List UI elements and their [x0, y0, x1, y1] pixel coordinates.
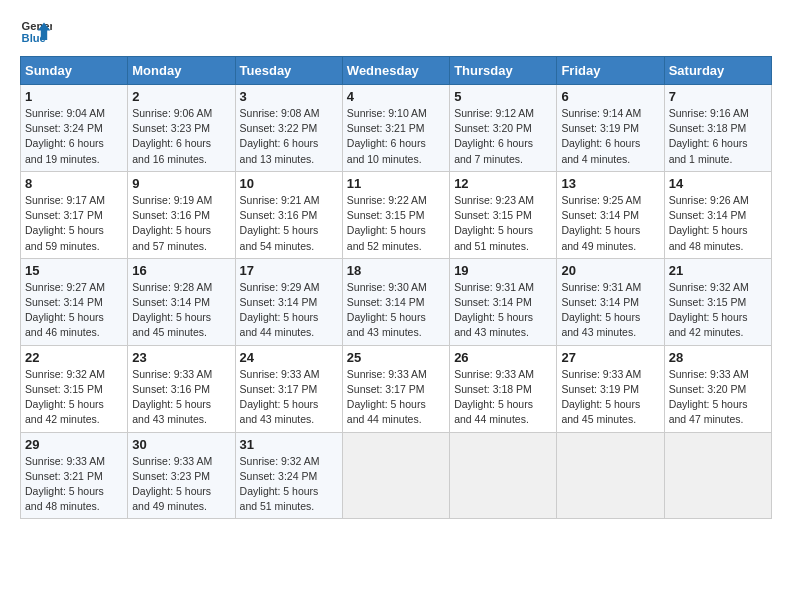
day-number: 11 [347, 176, 445, 191]
calendar-cell: 10Sunrise: 9:21 AMSunset: 3:16 PMDayligh… [235, 171, 342, 258]
calendar-cell: 28Sunrise: 9:33 AMSunset: 3:20 PMDayligh… [664, 345, 771, 432]
calendar-cell: 20Sunrise: 9:31 AMSunset: 3:14 PMDayligh… [557, 258, 664, 345]
day-number: 21 [669, 263, 767, 278]
day-number: 31 [240, 437, 338, 452]
day-number: 4 [347, 89, 445, 104]
weekday-header-friday: Friday [557, 57, 664, 85]
day-number: 16 [132, 263, 230, 278]
calendar-week-row: 29Sunrise: 9:33 AMSunset: 3:21 PMDayligh… [21, 432, 772, 519]
day-number: 29 [25, 437, 123, 452]
day-number: 13 [561, 176, 659, 191]
calendar-cell: 13Sunrise: 9:25 AMSunset: 3:14 PMDayligh… [557, 171, 664, 258]
day-number: 14 [669, 176, 767, 191]
day-info: Sunrise: 9:33 AMSunset: 3:17 PMDaylight:… [347, 367, 445, 428]
day-info: Sunrise: 9:26 AMSunset: 3:14 PMDaylight:… [669, 193, 767, 254]
weekday-header-monday: Monday [128, 57, 235, 85]
day-info: Sunrise: 9:31 AMSunset: 3:14 PMDaylight:… [561, 280, 659, 341]
day-info: Sunrise: 9:33 AMSunset: 3:18 PMDaylight:… [454, 367, 552, 428]
day-number: 15 [25, 263, 123, 278]
day-number: 17 [240, 263, 338, 278]
day-info: Sunrise: 9:10 AMSunset: 3:21 PMDaylight:… [347, 106, 445, 167]
calendar-week-row: 8Sunrise: 9:17 AMSunset: 3:17 PMDaylight… [21, 171, 772, 258]
day-info: Sunrise: 9:32 AMSunset: 3:15 PMDaylight:… [669, 280, 767, 341]
day-info: Sunrise: 9:27 AMSunset: 3:14 PMDaylight:… [25, 280, 123, 341]
calendar-cell: 24Sunrise: 9:33 AMSunset: 3:17 PMDayligh… [235, 345, 342, 432]
day-number: 23 [132, 350, 230, 365]
weekday-header-thursday: Thursday [450, 57, 557, 85]
day-number: 7 [669, 89, 767, 104]
day-info: Sunrise: 9:33 AMSunset: 3:17 PMDaylight:… [240, 367, 338, 428]
day-info: Sunrise: 9:21 AMSunset: 3:16 PMDaylight:… [240, 193, 338, 254]
calendar-cell [557, 432, 664, 519]
weekday-header-tuesday: Tuesday [235, 57, 342, 85]
calendar-table: SundayMondayTuesdayWednesdayThursdayFrid… [20, 56, 772, 519]
day-number: 28 [669, 350, 767, 365]
day-number: 1 [25, 89, 123, 104]
day-info: Sunrise: 9:19 AMSunset: 3:16 PMDaylight:… [132, 193, 230, 254]
calendar-week-row: 22Sunrise: 9:32 AMSunset: 3:15 PMDayligh… [21, 345, 772, 432]
calendar-cell: 4Sunrise: 9:10 AMSunset: 3:21 PMDaylight… [342, 85, 449, 172]
day-info: Sunrise: 9:14 AMSunset: 3:19 PMDaylight:… [561, 106, 659, 167]
calendar-cell: 27Sunrise: 9:33 AMSunset: 3:19 PMDayligh… [557, 345, 664, 432]
svg-text:General: General [22, 20, 52, 32]
weekday-header-wednesday: Wednesday [342, 57, 449, 85]
day-number: 26 [454, 350, 552, 365]
day-number: 22 [25, 350, 123, 365]
calendar-cell: 19Sunrise: 9:31 AMSunset: 3:14 PMDayligh… [450, 258, 557, 345]
calendar-cell: 29Sunrise: 9:33 AMSunset: 3:21 PMDayligh… [21, 432, 128, 519]
day-number: 8 [25, 176, 123, 191]
day-number: 25 [347, 350, 445, 365]
day-info: Sunrise: 9:32 AMSunset: 3:24 PMDaylight:… [240, 454, 338, 515]
day-info: Sunrise: 9:31 AMSunset: 3:14 PMDaylight:… [454, 280, 552, 341]
page-header: General Blue [20, 16, 772, 48]
calendar-header-row: SundayMondayTuesdayWednesdayThursdayFrid… [21, 57, 772, 85]
day-number: 30 [132, 437, 230, 452]
day-number: 10 [240, 176, 338, 191]
day-info: Sunrise: 9:29 AMSunset: 3:14 PMDaylight:… [240, 280, 338, 341]
calendar-cell [664, 432, 771, 519]
calendar-cell: 26Sunrise: 9:33 AMSunset: 3:18 PMDayligh… [450, 345, 557, 432]
day-info: Sunrise: 9:28 AMSunset: 3:14 PMDaylight:… [132, 280, 230, 341]
calendar-cell: 22Sunrise: 9:32 AMSunset: 3:15 PMDayligh… [21, 345, 128, 432]
calendar-cell: 25Sunrise: 9:33 AMSunset: 3:17 PMDayligh… [342, 345, 449, 432]
day-info: Sunrise: 9:33 AMSunset: 3:16 PMDaylight:… [132, 367, 230, 428]
day-number: 20 [561, 263, 659, 278]
logo: General Blue [20, 16, 60, 48]
calendar-body: 1Sunrise: 9:04 AMSunset: 3:24 PMDaylight… [21, 85, 772, 519]
calendar-cell: 9Sunrise: 9:19 AMSunset: 3:16 PMDaylight… [128, 171, 235, 258]
day-info: Sunrise: 9:25 AMSunset: 3:14 PMDaylight:… [561, 193, 659, 254]
calendar-cell: 23Sunrise: 9:33 AMSunset: 3:16 PMDayligh… [128, 345, 235, 432]
logo-icon: General Blue [20, 16, 52, 48]
calendar-cell: 8Sunrise: 9:17 AMSunset: 3:17 PMDaylight… [21, 171, 128, 258]
day-info: Sunrise: 9:33 AMSunset: 3:19 PMDaylight:… [561, 367, 659, 428]
calendar-cell: 17Sunrise: 9:29 AMSunset: 3:14 PMDayligh… [235, 258, 342, 345]
day-info: Sunrise: 9:33 AMSunset: 3:23 PMDaylight:… [132, 454, 230, 515]
calendar-cell: 21Sunrise: 9:32 AMSunset: 3:15 PMDayligh… [664, 258, 771, 345]
weekday-header-saturday: Saturday [664, 57, 771, 85]
day-number: 12 [454, 176, 552, 191]
day-info: Sunrise: 9:30 AMSunset: 3:14 PMDaylight:… [347, 280, 445, 341]
day-number: 27 [561, 350, 659, 365]
calendar-cell: 16Sunrise: 9:28 AMSunset: 3:14 PMDayligh… [128, 258, 235, 345]
calendar-cell: 30Sunrise: 9:33 AMSunset: 3:23 PMDayligh… [128, 432, 235, 519]
calendar-cell: 14Sunrise: 9:26 AMSunset: 3:14 PMDayligh… [664, 171, 771, 258]
day-info: Sunrise: 9:33 AMSunset: 3:20 PMDaylight:… [669, 367, 767, 428]
calendar-cell: 7Sunrise: 9:16 AMSunset: 3:18 PMDaylight… [664, 85, 771, 172]
day-info: Sunrise: 9:06 AMSunset: 3:23 PMDaylight:… [132, 106, 230, 167]
day-info: Sunrise: 9:23 AMSunset: 3:15 PMDaylight:… [454, 193, 552, 254]
calendar-cell: 6Sunrise: 9:14 AMSunset: 3:19 PMDaylight… [557, 85, 664, 172]
day-number: 2 [132, 89, 230, 104]
day-info: Sunrise: 9:17 AMSunset: 3:17 PMDaylight:… [25, 193, 123, 254]
calendar-cell: 11Sunrise: 9:22 AMSunset: 3:15 PMDayligh… [342, 171, 449, 258]
day-info: Sunrise: 9:04 AMSunset: 3:24 PMDaylight:… [25, 106, 123, 167]
day-info: Sunrise: 9:12 AMSunset: 3:20 PMDaylight:… [454, 106, 552, 167]
day-info: Sunrise: 9:33 AMSunset: 3:21 PMDaylight:… [25, 454, 123, 515]
day-number: 24 [240, 350, 338, 365]
day-info: Sunrise: 9:22 AMSunset: 3:15 PMDaylight:… [347, 193, 445, 254]
calendar-week-row: 15Sunrise: 9:27 AMSunset: 3:14 PMDayligh… [21, 258, 772, 345]
calendar-cell: 3Sunrise: 9:08 AMSunset: 3:22 PMDaylight… [235, 85, 342, 172]
calendar-week-row: 1Sunrise: 9:04 AMSunset: 3:24 PMDaylight… [21, 85, 772, 172]
calendar-cell: 31Sunrise: 9:32 AMSunset: 3:24 PMDayligh… [235, 432, 342, 519]
calendar-cell: 15Sunrise: 9:27 AMSunset: 3:14 PMDayligh… [21, 258, 128, 345]
day-info: Sunrise: 9:16 AMSunset: 3:18 PMDaylight:… [669, 106, 767, 167]
